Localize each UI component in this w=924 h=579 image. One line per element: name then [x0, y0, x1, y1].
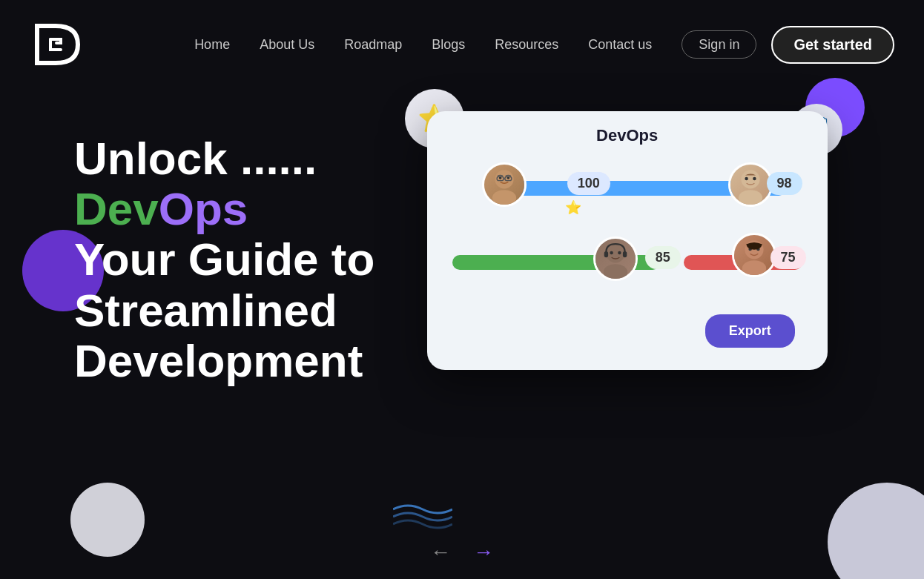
svg-point-12: [603, 264, 627, 280]
devops-card: DevOps: [427, 111, 828, 370]
hero-subtitle-line4: Streamlined: [74, 285, 374, 336]
score-badge-85: 85: [645, 246, 681, 269]
svg-point-13: [610, 251, 613, 255]
hero-title-line1: Unlock ......: [74, 133, 374, 184]
nav-resources[interactable]: Resources: [495, 37, 558, 52]
get-started-button[interactable]: Get started: [771, 26, 894, 64]
svg-point-10: [753, 177, 756, 181]
nav-contact[interactable]: Contact us: [588, 37, 652, 52]
svg-point-18: [742, 260, 765, 277]
nav-home[interactable]: Home: [194, 37, 230, 52]
svg-point-9: [745, 177, 748, 181]
svg-point-11: [606, 244, 624, 262]
avatar-1: [482, 162, 527, 207]
score-badge-98: 98: [767, 172, 802, 195]
hero-title-line2: DevOps: [74, 184, 374, 234]
hero-text: Unlock ...... DevOps Your Guide to Strea…: [74, 104, 374, 386]
logo[interactable]: [30, 15, 89, 74]
nav-links: Home About Us Roadmap Blogs Resources Co…: [194, 37, 756, 53]
next-arrow[interactable]: →: [473, 540, 494, 564]
score-badge-100: 100: [567, 172, 610, 195]
hero-subtitle-line5: Development: [74, 336, 374, 386]
score-badge-75: 75: [770, 246, 806, 269]
hero-ops: Ops: [159, 183, 248, 234]
export-button[interactable]: Export: [705, 314, 795, 348]
card-container: ⭐ 📘 DevOps: [427, 111, 828, 370]
hero-section: Unlock ...... DevOps Your Guide to Strea…: [0, 89, 924, 579]
avatar-4: [732, 233, 776, 277]
wave-decoration: [393, 502, 452, 535]
nav-signin[interactable]: Sign in: [682, 30, 756, 59]
svg-rect-16: [623, 251, 627, 257]
navbar: Home About Us Roadmap Blogs Resources Co…: [0, 0, 924, 89]
svg-point-7: [741, 170, 759, 188]
avatar-3: [593, 236, 638, 281]
svg-point-14: [618, 251, 621, 255]
prev-arrow[interactable]: ←: [430, 540, 451, 564]
nav-roadmap[interactable]: Roadmap: [344, 37, 402, 52]
nav-blogs[interactable]: Blogs: [432, 37, 465, 52]
svg-point-0: [495, 170, 513, 188]
svg-point-8: [738, 190, 762, 206]
hero-card-wrapper: ⭐ 📘 DevOps: [374, 104, 880, 370]
card-title: DevOps: [445, 126, 810, 145]
bottom-arrows: ← →: [430, 540, 494, 564]
hero-dev: Dev: [74, 183, 159, 234]
svg-point-1: [492, 190, 515, 206]
nav-about[interactable]: About Us: [260, 37, 314, 52]
score-row-2: 85: [445, 233, 810, 300]
svg-rect-15: [604, 251, 607, 257]
score-row-1: 100 ⭐: [445, 159, 810, 225]
score-star: ⭐: [565, 199, 581, 216]
avatar-2: [728, 162, 773, 207]
hero-subtitle-line3: Your Guide to: [74, 234, 374, 285]
